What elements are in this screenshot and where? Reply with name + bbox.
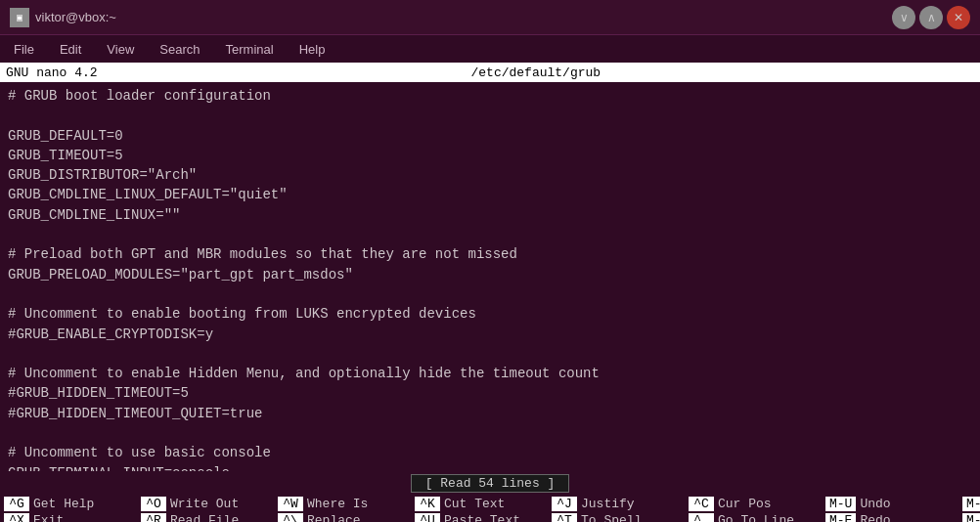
shortcut-key-read-file[interactable]: ^R	[141, 513, 166, 522]
nano-version: GNU nano 4.2	[6, 65, 98, 80]
titlebar-title: viktor@vbox:~	[35, 10, 116, 24]
shortcut-key-replace[interactable]: ^\	[278, 513, 303, 522]
shortcut-go-to-line: ^_ Go To Line	[689, 513, 825, 522]
shortcut-key-write-out[interactable]: ^O	[141, 497, 166, 511]
shortcut-key-copy-text[interactable]: M-6	[962, 513, 980, 522]
shortcut-key-go-to-line[interactable]: ^_	[689, 513, 714, 522]
shortcut-label-replace: Replace	[307, 513, 361, 522]
shortcut-replace: ^\ Replace	[278, 513, 415, 522]
shortcut-label-cur-pos: Cur Pos	[718, 497, 772, 511]
menubar: File Edit View Search Terminal Help	[0, 35, 980, 63]
shortcut-label-exit: Exit	[33, 513, 64, 522]
shortcut-write-out: ^O Write Out	[141, 497, 278, 511]
shortcut-bars: ^G Get Help ^O Write Out ^W Where Is ^K …	[0, 495, 980, 522]
nano-filename: /etc/default/grub	[98, 65, 974, 80]
shortcut-where-is: ^W Where Is	[278, 497, 415, 511]
shortcut-key-cur-pos[interactable]: ^C	[689, 497, 714, 511]
shortcut-key-redo[interactable]: M-E	[825, 513, 856, 522]
shortcut-key-exit[interactable]: ^X	[4, 513, 29, 522]
menu-edit[interactable]: Edit	[52, 40, 89, 59]
shortcut-row-1: ^G Get Help ^O Write Out ^W Where Is ^K …	[0, 497, 980, 511]
shortcut-label-read-file: Read File	[170, 513, 239, 522]
menu-search[interactable]: Search	[152, 40, 207, 59]
shortcut-key-undo[interactable]: M-U	[825, 497, 856, 511]
shortcut-label-redo: Redo	[860, 513, 890, 522]
menu-file[interactable]: File	[6, 40, 42, 59]
shortcut-redo: M-E Redo	[825, 513, 962, 522]
editor-area[interactable]: # GRUB boot loader configuration GRUB_DE…	[0, 82, 980, 471]
shortcut-label-get-help: Get Help	[33, 497, 94, 511]
shortcut-row-2: ^X Exit ^R Read File ^\ Replace ^U Paste…	[0, 513, 980, 522]
shortcut-label-cut-text: Cut Text	[444, 497, 505, 511]
maximize-button[interactable]: ∧	[919, 6, 943, 29]
shortcut-copy-text: M-6 Copy Text	[962, 513, 980, 522]
shortcut-undo: M-U Undo	[825, 497, 962, 511]
nano-infobar: GNU nano 4.2 /etc/default/grub	[0, 63, 980, 82]
shortcut-key-justify[interactable]: ^J	[552, 497, 577, 511]
shortcut-key-cut-text[interactable]: ^K	[415, 497, 440, 511]
shortcut-label-write-out: Write Out	[170, 497, 239, 511]
shortcut-justify: ^J Justify	[552, 497, 689, 511]
shortcut-to-spell: ^T To Spell	[552, 513, 689, 522]
shortcut-get-help: ^G Get Help	[4, 497, 141, 511]
shortcut-key-where-is[interactable]: ^W	[278, 497, 303, 511]
statusbar: [ Read 54 lines ]	[0, 471, 980, 495]
minimize-button[interactable]: ∨	[892, 6, 915, 29]
shortcut-key-to-spell[interactable]: ^T	[552, 513, 577, 522]
menu-view[interactable]: View	[99, 40, 142, 59]
shortcut-exit: ^X Exit	[4, 513, 141, 522]
titlebar: ▣ viktor@vbox:~ ∨ ∧ ✕	[0, 0, 980, 35]
shortcut-paste-text: ^U Paste Text	[415, 513, 552, 522]
shortcut-mark-text: M-A Mark Text	[962, 497, 980, 511]
shortcut-key-mark-text[interactable]: M-A	[962, 497, 980, 511]
shortcut-read-file: ^R Read File	[141, 513, 278, 522]
shortcut-label-where-is: Where Is	[307, 497, 368, 511]
close-button[interactable]: ✕	[947, 6, 970, 29]
status-message: [ Read 54 lines ]	[411, 474, 570, 493]
shortcut-label-justify: Justify	[581, 497, 635, 511]
shortcut-label-go-to-line: Go To Line	[718, 513, 794, 522]
shortcut-label-paste-text: Paste Text	[444, 513, 520, 522]
titlebar-left: ▣ viktor@vbox:~	[10, 8, 116, 27]
shortcut-key-paste-text[interactable]: ^U	[415, 513, 440, 522]
menu-terminal[interactable]: Terminal	[218, 40, 282, 59]
shortcut-cur-pos: ^C Cur Pos	[689, 497, 825, 511]
menu-help[interactable]: Help	[291, 40, 334, 59]
shortcut-label-undo: Undo	[860, 497, 890, 511]
shortcut-label-to-spell: To Spell	[581, 513, 642, 522]
window-controls: ∨ ∧ ✕	[892, 6, 970, 29]
shortcut-key-get-help[interactable]: ^G	[4, 497, 29, 511]
shortcut-cut-text: ^K Cut Text	[415, 497, 552, 511]
terminal-icon: ▣	[10, 8, 29, 27]
